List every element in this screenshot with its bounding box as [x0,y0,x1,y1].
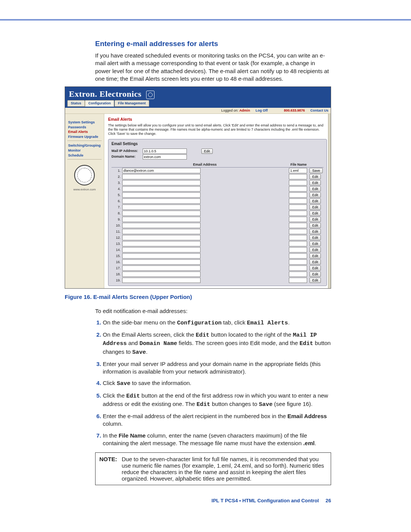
file-input[interactable] [289,204,307,210]
row-action-button[interactable]: Edit [309,235,321,240]
logged-on-user: Admin [239,109,250,112]
sidebar-item-schedule[interactable]: Schedule [68,153,102,158]
email-input[interactable] [122,223,201,228]
row-action-button[interactable]: Edit [309,229,321,234]
email-input[interactable] [122,235,201,240]
scrollbar[interactable] [328,114,331,288]
file-input[interactable] [289,174,307,179]
email-input[interactable] [122,259,201,265]
row-number: 9. [112,216,121,222]
row-action-button[interactable]: Save [309,168,323,173]
file-input[interactable] [289,272,307,277]
mail-ip-input[interactable] [143,149,187,154]
app-body: System Settings Passwords Email Alerts F… [65,114,331,288]
sidebar-url: www.extron.com [67,188,102,192]
row-action-button[interactable]: Edit [309,211,321,216]
col-file: File Name [288,162,309,168]
file-input[interactable] [289,259,307,265]
figure-title: E-mail Alerts Screen (Upper Portion) [93,294,192,300]
file-input[interactable] [289,235,307,240]
row-action-button[interactable]: Edit [309,278,321,283]
row-action-button[interactable]: Edit [309,223,321,228]
row-number: 14. [112,247,121,253]
step-1: On the side-bar menu on the Configuratio… [103,319,331,327]
row-number: 1. [112,168,121,174]
file-input[interactable] [289,265,307,271]
sidebar-item-switching[interactable]: Switching/Grouping [68,143,102,148]
email-input[interactable] [122,253,201,259]
row-action-button[interactable]: Edit [309,241,321,246]
row-action-button[interactable]: Edit [309,272,321,277]
logoff-link[interactable]: Log Off [255,109,268,112]
file-input[interactable] [289,192,307,198]
row-action-button[interactable]: Edit [309,174,321,179]
sidebar-item-monitor[interactable]: Monitor [68,148,102,153]
email-input[interactable] [122,247,201,252]
email-input[interactable] [122,204,201,210]
email-input[interactable] [122,198,201,204]
email-input[interactable] [122,278,201,283]
email-input[interactable] [122,229,201,234]
figure-number: Figure 16. [65,294,92,300]
file-input[interactable] [289,278,307,283]
table-row: 18.Edit [112,271,323,277]
row-action-button[interactable]: Edit [309,217,321,222]
section-heading: Entering e-mail addresses for alerts [95,40,331,48]
row-action-button[interactable]: Edit [309,204,321,210]
tab-status[interactable]: Status [67,100,85,107]
email-input[interactable] [122,272,201,277]
app-tabbar: Status Configuration File Management [65,100,331,108]
row-number: 12. [112,235,121,241]
sidebar-item-email-alerts[interactable]: Email Alerts [68,129,102,134]
file-input[interactable] [289,229,307,234]
file-input[interactable] [289,247,307,252]
tab-file-management[interactable]: File Management [115,100,149,107]
row-action-button[interactable]: Edit [309,259,321,265]
table-row: 6.Edit [112,198,323,204]
contact-us-link[interactable]: Contact Us [310,109,328,112]
domain-input[interactable] [143,154,187,160]
file-input[interactable] [289,198,307,204]
footer-product: IPL T PCS4 • HTML Configuration and Cont… [212,498,319,503]
row-action-button[interactable]: Edit [309,186,321,192]
file-input[interactable] [289,241,307,246]
email-input[interactable] [122,186,201,192]
tab-configuration[interactable]: Configuration [85,100,114,107]
row-action-button[interactable]: Edit [309,198,321,204]
table-row: 17.Edit [112,265,323,271]
file-input[interactable] [289,168,307,173]
row-number: 13. [112,241,121,247]
row-action-button[interactable]: Edit [309,253,321,259]
sidebar-item-passwords[interactable]: Passwords [68,125,102,130]
sidebar-item-firmware-upgrade[interactable]: Firmware Upgrade [68,134,102,139]
table-row: 15.Edit [112,253,323,259]
file-input[interactable] [289,211,307,216]
email-input[interactable] [122,192,201,198]
sidebar-group-config: System Settings Passwords Email Alerts F… [67,118,102,141]
file-input[interactable] [289,217,307,222]
row-action-button[interactable]: Edit [309,192,321,198]
email-input[interactable] [122,180,201,185]
email-input[interactable] [122,211,201,216]
row-action-button[interactable]: Edit [309,265,321,271]
email-input[interactable] [122,174,201,179]
file-input[interactable] [289,253,307,259]
email-input[interactable] [122,241,201,246]
edit-settings-button[interactable]: Edit [201,149,213,154]
email-input[interactable] [122,168,201,173]
email-input[interactable] [122,265,201,271]
table-row: 19.Edit [112,277,323,283]
row-number: 15. [112,253,121,259]
email-input[interactable] [122,217,201,222]
file-input[interactable] [289,186,307,192]
step-list: On the side-bar menu on the Configuratio… [95,319,331,447]
domain-label: Domain Name: [112,155,141,159]
file-input[interactable] [289,180,307,185]
row-number: 6. [112,198,121,204]
row-number: 8. [112,210,121,216]
file-input[interactable] [289,223,307,228]
row-action-button[interactable]: Edit [309,180,321,185]
row-action-button[interactable]: Edit [309,247,321,252]
sidebar-item-system-settings[interactable]: System Settings [68,120,102,125]
mail-ip-label: Mail IP Address: [112,149,141,153]
